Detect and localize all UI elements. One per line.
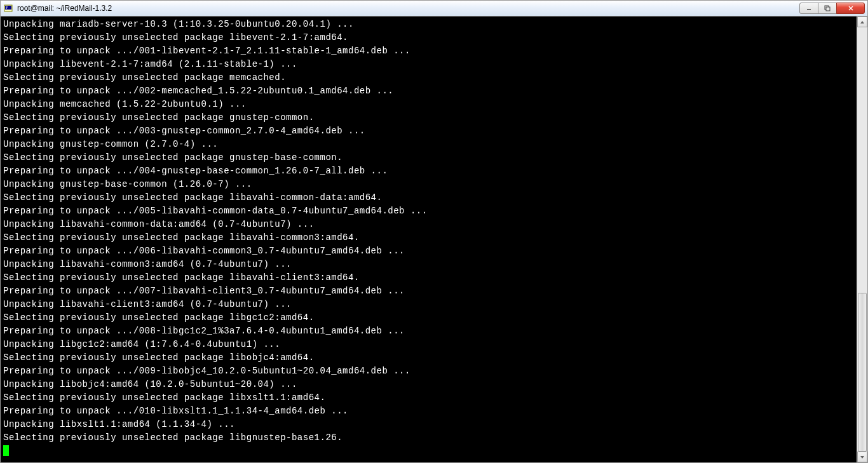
terminal-line: Preparing to unpack .../010-libxslt1.1_1… [3, 405, 854, 418]
terminal-line: Preparing to unpack .../002-memcached_1.… [3, 84, 854, 98]
terminal-line: Preparing to unpack .../004-gnustep-base… [3, 164, 854, 178]
terminal-line: Preparing to unpack .../005-libavahi-com… [3, 205, 854, 218]
terminal-line: Selecting previously unselected package … [3, 31, 854, 44]
terminal-cursor-line [3, 445, 854, 458]
maximize-button[interactable] [818, 3, 837, 14]
terminal-line: Unpacking memcached (1.5.22-2ubuntu0.1) … [3, 98, 854, 111]
svg-marker-9 [860, 21, 864, 23]
terminal-line: Unpacking libavahi-common-data:amd64 (0.… [3, 218, 854, 231]
terminal-output[interactable]: Unpacking mariadb-server-10.3 (1:10.3.25… [1, 17, 857, 462]
putty-icon [3, 3, 13, 13]
terminal-line: Preparing to unpack .../007-libavahi-cli… [3, 285, 854, 298]
terminal-line: Unpacking libevent-2.1-7:amd64 (2.1.11-s… [3, 58, 854, 71]
terminal-line: Unpacking libavahi-common3:amd64 (0.7-4u… [3, 258, 854, 271]
terminal-line: Unpacking gnustep-common (2.7.0-4) ... [3, 138, 854, 151]
terminal-line: Unpacking libobjc4:amd64 (10.2.0-5ubuntu… [3, 378, 854, 391]
svg-rect-1 [5, 6, 11, 10]
terminal-line: Preparing to unpack .../001-libevent-2.1… [3, 44, 854, 58]
terminal-line: Preparing to unpack .../009-libobjc4_10.… [3, 365, 854, 378]
terminal-line: Unpacking libxslt1.1:amd64 (1.1.34-4) ..… [3, 418, 854, 431]
scrollbar-up-button[interactable] [857, 17, 867, 27]
minimize-button[interactable] [799, 3, 818, 14]
scrollbar-thumb[interactable] [858, 293, 867, 452]
terminal-line: Selecting previously unselected package … [3, 351, 854, 365]
terminal-container: Unpacking mariadb-server-10.3 (1:10.3.25… [1, 17, 867, 462]
terminal-line: Unpacking libavahi-client3:amd64 (0.7-4u… [3, 298, 854, 311]
terminal-line: Unpacking gnustep-base-common (1.26.0-7)… [3, 178, 854, 191]
terminal-line: Preparing to unpack .../003-gnustep-comm… [3, 124, 854, 138]
terminal-line: Selecting previously unselected package … [3, 231, 854, 245]
terminal-line: Selecting previously unselected package … [3, 271, 854, 285]
terminal-cursor [3, 445, 9, 456]
svg-marker-10 [860, 456, 864, 459]
terminal-line: Selecting previously unselected package … [3, 191, 854, 205]
terminal-line: Preparing to unpack .../006-libavahi-com… [3, 245, 854, 258]
scrollbar-track[interactable] [857, 27, 867, 452]
terminal-window: root@mail: ~/iRedMail-1.3.2 Unpacking ma… [0, 0, 868, 463]
terminal-line: Selecting previously unselected package … [3, 431, 854, 445]
terminal-line: Preparing to unpack .../008-libgc1c2_1%3… [3, 325, 854, 338]
window-controls [800, 3, 865, 14]
window-title: root@mail: ~/iRedMail-1.3.2 [17, 4, 800, 13]
terminal-line: Selecting previously unselected package … [3, 151, 854, 164]
scrollbar-down-button[interactable] [857, 452, 867, 462]
terminal-line: Selecting previously unselected package … [3, 111, 854, 124]
terminal-line: Unpacking mariadb-server-10.3 (1:10.3.25… [3, 18, 854, 31]
terminal-line: Unpacking libgc1c2:amd64 (1:7.6.4-0.4ubu… [3, 338, 854, 351]
vertical-scrollbar[interactable] [857, 17, 867, 462]
titlebar[interactable]: root@mail: ~/iRedMail-1.3.2 [1, 1, 867, 17]
terminal-line: Selecting previously unselected package … [3, 311, 854, 325]
terminal-line: Selecting previously unselected package … [3, 71, 854, 84]
close-button[interactable] [836, 3, 865, 14]
terminal-line: Selecting previously unselected package … [3, 391, 854, 405]
svg-rect-6 [826, 7, 830, 11]
